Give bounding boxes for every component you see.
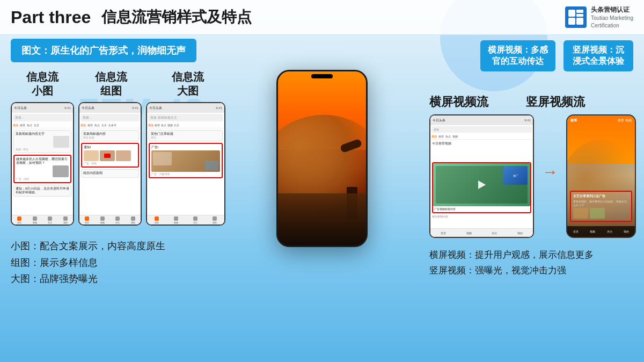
label-vertical-video: 竖屏视频流 <box>526 94 585 110</box>
bottom-left-line2: 组图：展示多样信息 <box>11 255 322 271</box>
bottom-right-line2: 竖屏视频：强曝光，视觉冲击力强 <box>429 263 636 279</box>
phone-large-image: 今日头条 9:41 搜索 新闻标题全文 关注 推荐 热点 视频 北京 <box>146 102 225 226</box>
phone-horizontal-video: 今日头条 9:41 搜索 关注 推荐 热点 视频 今日推荐视频 <box>429 114 534 238</box>
arrow-icon: → <box>542 114 558 181</box>
bottom-left-line3: 大图：品牌强势曝光 <box>11 271 322 287</box>
header: Part three 信息流营销样式及特点 头条营销认证 Toutiao Mar… <box>0 0 644 35</box>
left-section: 信息流小图 信息流组图 信息流大图 今日头条 9:41 搜索... <box>11 70 322 362</box>
phone-notch <box>311 74 333 78</box>
label-horizontal-video: 横屏视频流 <box>429 94 488 110</box>
phone-vertical-video: 微博 推荐 视频 文艺分享系列口达广告 看更多精彩，每件事情从小处做起，美丽生活… <box>566 114 636 238</box>
logo-icon <box>565 6 587 28</box>
banner-right-vertical: 竖屏视频：沉浸式全景体验 <box>564 40 633 71</box>
right-labels-row: 横屏视频流 竖屏视频流 <box>429 94 636 110</box>
bottom-text-right: 横屏视频：提升用户观感，展示信息更多 竖屏视频：强曝光，视觉冲击力强 <box>429 242 636 284</box>
left-labels-row: 信息流小图 信息流组图 信息流大图 <box>11 70 322 98</box>
center-phone <box>276 70 368 247</box>
phone-small-image: 今日头条 9:41 搜索... 关注 推荐 热点 北京 某新闻标题内容 <box>11 102 74 226</box>
phones-row: 今日头条 9:41 搜索... 关注 推荐 热点 北京 某新闻标题内容 <box>11 102 322 226</box>
page-title: 信息流营销样式及特点 <box>101 7 252 27</box>
right-section: 横屏视频流 竖屏视频流 今日头条 9:41 搜索 关注 推荐 <box>429 70 636 362</box>
logo-text: 头条营销认证 Toutiao Marketing Certification <box>591 5 633 30</box>
banner-left: 图文：原生化的广告形式，润物细无声 <box>11 39 196 62</box>
right-phones-row: 今日头条 9:41 搜索 关注 推荐 热点 视频 今日推荐视频 <box>429 114 636 238</box>
label-large: 信息流大图 <box>148 70 228 98</box>
svg-rect-0 <box>568 10 575 17</box>
part-label: Part three <box>11 8 91 27</box>
banner-right-horizontal: 横屏视频：多感官的互动传达 <box>480 40 555 71</box>
svg-rect-4 <box>576 18 583 25</box>
logo-area: 头条营销认证 Toutiao Marketing Certification <box>565 5 633 30</box>
bottom-left-line1: 小图：配合文案展示，内容高度原生 <box>11 238 322 255</box>
bottom-text-left: 小图：配合文案展示，内容高度原生 组图：展示多样信息 大图：品牌强势曝光 <box>11 233 322 293</box>
svg-rect-3 <box>568 18 575 25</box>
svg-rect-2 <box>576 14 583 17</box>
label-small: 信息流小图 <box>11 70 74 98</box>
svg-rect-1 <box>576 10 583 13</box>
bottom-right-line1: 横屏视频：提升用户观感，展示信息更多 <box>429 248 636 263</box>
phone-group-image: 今日头条 9:41 搜索... 关注 推荐 热点 北京 头条号 <box>78 102 142 226</box>
banner-right-group: 横屏视频：多感官的互动传达 竖屏视频：沉浸式全景体验 <box>480 40 633 71</box>
center-phone-area <box>276 70 368 247</box>
label-group: 信息流组图 <box>79 70 143 98</box>
